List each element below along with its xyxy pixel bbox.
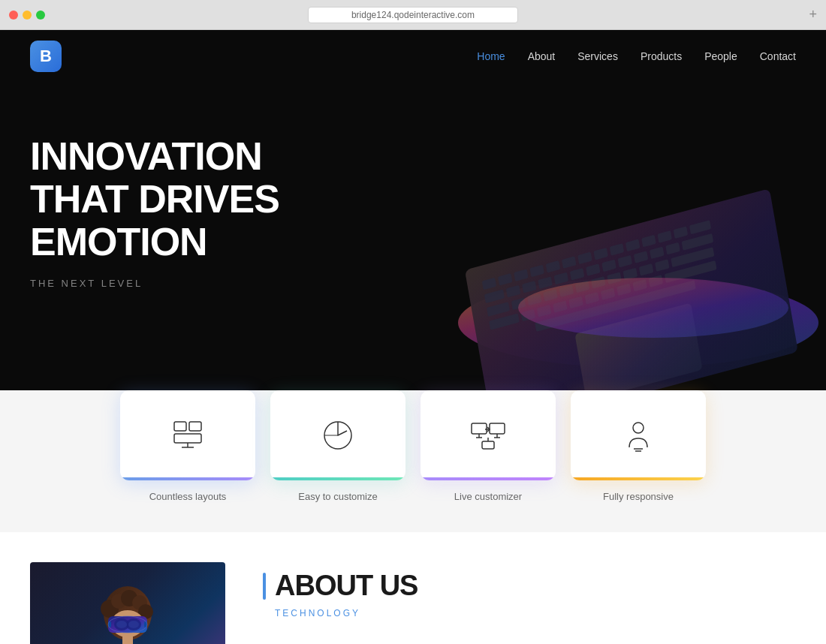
about-title: ABOUT US	[275, 570, 418, 602]
close-button[interactable]	[9, 11, 18, 20]
feature-item-responsive: Fully responsive	[571, 390, 706, 502]
address-bar[interactable]: bridge124.qodeinteractive.com	[308, 7, 518, 23]
svg-rect-43	[489, 313, 520, 330]
svg-rect-36	[575, 281, 589, 293]
nav-item-people[interactable]: People	[704, 50, 737, 63]
nav-link-home[interactable]: Home	[477, 50, 505, 62]
svg-rect-27	[634, 251, 648, 263]
svg-rect-24	[586, 263, 600, 276]
svg-rect-11	[593, 248, 607, 260]
nav-link-products[interactable]: Products	[641, 50, 682, 62]
nav-link-services[interactable]: Services	[577, 50, 618, 62]
svg-rect-47	[568, 296, 583, 309]
svg-rect-19	[506, 285, 520, 298]
minimize-button[interactable]	[23, 11, 32, 20]
svg-point-57	[518, 278, 788, 338]
svg-rect-50	[616, 284, 631, 296]
svg-rect-23	[570, 268, 584, 281]
svg-rect-38	[607, 272, 621, 284]
svg-rect-45	[537, 305, 551, 317]
vr-person-illustration	[75, 577, 180, 644]
svg-rect-60	[174, 434, 201, 443]
svg-rect-48	[585, 292, 599, 305]
nav-item-contact[interactable]: Contact	[760, 50, 796, 63]
viewport: B Home About Services Products People Co…	[0, 30, 826, 644]
svg-rect-25	[601, 260, 616, 272]
svg-rect-51	[632, 279, 647, 292]
live-icon	[469, 416, 508, 455]
svg-rect-39	[623, 268, 638, 281]
svg-rect-5	[498, 273, 512, 286]
traffic-lights	[9, 11, 45, 20]
svg-rect-46	[553, 300, 567, 313]
svg-rect-42	[671, 247, 714, 267]
svg-rect-16	[674, 226, 688, 239]
svg-rect-52	[649, 275, 663, 287]
svg-rect-71	[482, 441, 494, 449]
svg-rect-35	[559, 284, 574, 297]
feature-card-layouts[interactable]	[120, 390, 255, 480]
svg-rect-44	[521, 309, 535, 322]
svg-rect-2	[465, 188, 798, 398]
feature-card-customize[interactable]	[270, 390, 405, 480]
svg-point-73	[633, 423, 644, 433]
hero-title-line3: EMOTION	[30, 220, 207, 263]
browser-actions: +	[809, 7, 817, 23]
about-bar	[263, 573, 266, 600]
hero-title-line1: INNOVATION	[30, 134, 262, 178]
svg-rect-6	[514, 269, 528, 281]
svg-rect-18	[484, 289, 505, 303]
nav-item-services[interactable]: Services	[577, 50, 618, 63]
feature-card-responsive[interactable]	[571, 390, 706, 480]
nav-links: Home About Services Products People Cont…	[477, 50, 796, 63]
svg-point-88	[116, 621, 127, 628]
svg-rect-31	[487, 302, 510, 317]
svg-rect-17	[689, 220, 711, 234]
svg-rect-22	[554, 272, 568, 285]
svg-rect-58	[174, 422, 186, 431]
layouts-icon	[168, 416, 207, 455]
feature-label-customize: Easy to customize	[298, 491, 378, 502]
laptop-illustration	[368, 53, 826, 398]
maximize-button[interactable]	[36, 11, 45, 20]
nav-item-products[interactable]: Products	[641, 50, 682, 63]
about-content: ABOUT US TECHNOLOGY	[263, 562, 418, 618]
svg-rect-34	[543, 289, 557, 302]
svg-rect-32	[511, 298, 526, 311]
about-tag: ABOUT US	[263, 570, 418, 602]
nav-link-people[interactable]: People	[704, 50, 737, 62]
about-section: ABOUT US TECHNOLOGY	[0, 532, 826, 644]
customize-icon	[318, 416, 357, 455]
svg-rect-67	[490, 423, 505, 434]
feature-item-customize: Easy to customize	[270, 390, 405, 502]
hero-section: B Home About Services Products People Co…	[0, 30, 826, 439]
nav-link-contact[interactable]: Contact	[760, 50, 796, 62]
svg-rect-41	[655, 259, 669, 272]
svg-rect-33	[527, 293, 541, 306]
nav-item-home[interactable]: Home	[477, 50, 505, 63]
feature-card-live[interactable]	[421, 390, 556, 480]
nav-link-about[interactable]: About	[528, 50, 556, 62]
svg-point-89	[128, 621, 139, 628]
svg-rect-28	[650, 247, 664, 260]
hero-subtitle: THE NEXT LEVEL	[30, 278, 279, 289]
svg-rect-3	[465, 188, 798, 398]
svg-rect-64	[472, 423, 487, 434]
svg-rect-56	[574, 302, 702, 398]
svg-rect-29	[665, 242, 680, 255]
svg-rect-54	[535, 280, 696, 332]
svg-rect-21	[538, 276, 552, 289]
features-section: Countless layouts Easy to customize	[0, 390, 826, 532]
svg-rect-13	[626, 239, 640, 252]
feature-label-responsive: Fully responsive	[603, 491, 674, 502]
svg-rect-49	[601, 287, 615, 300]
url-text: bridge124.qodeinteractive.com	[351, 10, 475, 20]
new-tab-button[interactable]: +	[809, 7, 817, 23]
logo[interactable]: B	[30, 41, 62, 72]
features-grid: Countless layouts Easy to customize	[30, 390, 796, 502]
svg-rect-55	[574, 302, 702, 398]
svg-rect-10	[577, 252, 592, 265]
svg-rect-90	[122, 636, 133, 644]
responsive-icon	[619, 416, 658, 455]
nav-item-about[interactable]: About	[528, 50, 556, 63]
